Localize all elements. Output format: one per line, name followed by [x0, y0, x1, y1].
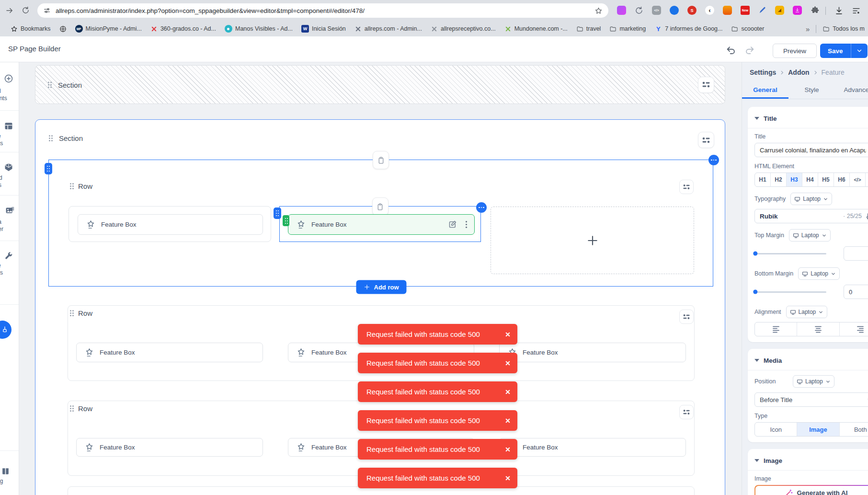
top-margin-slider[interactable] [754, 253, 826, 254]
drag-handle-icon[interactable] [70, 310, 71, 311]
row-settings-button[interactable] [679, 310, 694, 324]
clear-page-button[interactable] [0, 321, 11, 339]
column-3-empty[interactable] [491, 207, 694, 274]
type-both-button[interactable]: Both [840, 423, 868, 436]
extension-recycle-icon[interactable] [635, 6, 643, 15]
toast-close-icon[interactable]: ✕ [505, 331, 511, 338]
save-button-label[interactable]: Save [820, 47, 851, 55]
heading-h1-button[interactable]: H1 [755, 173, 771, 186]
undo-icon[interactable] [726, 45, 736, 55]
bookmark-allrepsreceptivo[interactable]: allrepsreceptivo.co... [431, 25, 496, 33]
heading-h2-button[interactable]: H2 [771, 173, 787, 186]
reading-list-icon[interactable] [852, 6, 861, 15]
heading-extra-button[interactable] [866, 173, 868, 186]
extension-new-badge-icon[interactable]: New [741, 6, 750, 15]
image-card-header[interactable]: Image [754, 455, 868, 466]
bookmark-star-icon[interactable] [594, 7, 603, 15]
heading-h6-button[interactable]: H6 [834, 173, 850, 186]
tab-general[interactable]: General [742, 81, 788, 99]
heading-code-button[interactable]: </> [850, 173, 866, 186]
add-addon-icon[interactable] [586, 234, 599, 247]
bookmark-7informes[interactable]: Y7 informes de Goog... [654, 25, 722, 33]
bookmarks-overflow-chevron[interactable]: » [806, 25, 810, 33]
collapse-caret-icon[interactable] [754, 117, 759, 120]
redo-icon[interactable] [744, 45, 754, 55]
slider-thumb[interactable] [753, 252, 757, 256]
align-left-button[interactable] [755, 322, 797, 336]
extension-note-icon[interactable] [775, 6, 784, 15]
forward-icon[interactable] [5, 6, 14, 15]
generate-ai-button[interactable]: Generate with AI [754, 485, 868, 495]
paste-addon-button[interactable] [373, 151, 389, 169]
extension-purple-icon[interactable] [617, 6, 626, 15]
heading-h5-button[interactable]: H5 [818, 173, 834, 186]
extension-download-arrow-icon[interactable] [793, 6, 802, 15]
collapse-caret-icon[interactable] [754, 359, 759, 362]
title-input[interactable] [754, 143, 868, 157]
add-row-button[interactable]: Add row [356, 280, 407, 294]
type-icon-button[interactable]: Icon [755, 423, 797, 436]
bookmark-allreps[interactable]: allreps.com - Admin... [354, 25, 422, 33]
tab-advanced[interactable]: Advanced [835, 81, 868, 99]
device-select[interactable]: Laptop [790, 193, 832, 205]
sidebar-item-onboarding[interactable]: ning [0, 450, 19, 495]
bottom-margin-input[interactable] [844, 285, 868, 299]
column-2-selected[interactable]: Feature Box [279, 206, 481, 242]
bookmark-360grados[interactable]: 360-grados.co - Ad... [150, 25, 216, 33]
sidebar-item-media-manager[interactable]: dia ager [0, 195, 19, 241]
feature-box-addon[interactable]: Feature Box [499, 343, 686, 362]
column-more-button[interactable] [476, 202, 487, 213]
font-settings-icon[interactable] [866, 213, 868, 220]
row-more-button[interactable] [708, 155, 719, 165]
collapse-caret-icon[interactable] [754, 459, 759, 462]
drag-handle-icon[interactable] [70, 183, 71, 184]
bookmark-folder-marketing[interactable]: marketing [609, 25, 646, 33]
url-text[interactable]: allreps.com/administrator/index.php?opti… [56, 7, 594, 14]
section-placeholder[interactable]: Section [35, 65, 725, 104]
heading-h3-button[interactable]: H3 [787, 173, 802, 186]
bookmark-iniciasesion[interactable]: WInicia Sesión [301, 25, 346, 33]
tune-icon[interactable] [43, 7, 51, 14]
feature-box-addon[interactable]: Feature Box [76, 343, 263, 362]
extensions-puzzle-icon[interactable] [811, 6, 820, 15]
position-select[interactable]: Before Title [754, 392, 868, 407]
bottom-margin-slider[interactable] [754, 291, 826, 293]
feature-box-addon[interactable]: Feature Box [78, 214, 263, 235]
addon-menu-icon[interactable] [465, 220, 468, 229]
sidebar-item-saved-items[interactable]: ved ms [0, 152, 19, 196]
bookmark-folder-todos[interactable]: Todos los m [822, 25, 865, 33]
toast-close-icon[interactable]: ✕ [505, 417, 511, 425]
device-select[interactable]: Laptop [789, 229, 831, 242]
feature-box-addon[interactable]: Feature Box [499, 438, 686, 457]
font-selector[interactable]: Rubik · 25/25 [754, 209, 868, 223]
row-selection-outline[interactable]: Row Feature Box [48, 160, 713, 287]
toast-close-icon[interactable]: ✕ [505, 446, 511, 453]
bookmark-folder-travel[interactable]: travel [576, 25, 601, 33]
type-image-button[interactable]: Image [797, 423, 839, 436]
feature-box-addon[interactable]: Feature Box [76, 438, 263, 457]
slider-thumb[interactable] [753, 290, 757, 294]
tab-style[interactable]: Style [788, 81, 835, 99]
section-settings-button[interactable] [698, 77, 714, 93]
extension-pen-icon[interactable] [758, 6, 766, 14]
toast-close-icon[interactable]: ✕ [505, 359, 511, 367]
row-drag-handle[interactable] [45, 163, 52, 174]
breadcrumb-addon[interactable]: Addon [788, 69, 809, 76]
media-card-header[interactable]: Media [754, 355, 868, 366]
extension-seo-icon[interactable]: S [687, 6, 697, 15]
heading-h4-button[interactable]: H4 [802, 173, 818, 186]
downloads-icon[interactable] [834, 6, 844, 15]
breadcrumb-settings[interactable]: Settings [750, 69, 776, 76]
drag-handle-icon[interactable] [49, 135, 50, 137]
address-bar[interactable]: allreps.com/administrator/index.php?opti… [37, 3, 608, 18]
drag-handle-icon[interactable] [48, 81, 49, 83]
column-drag-handle[interactable] [274, 207, 281, 219]
addon-drag-handle[interactable] [283, 215, 289, 226]
align-center-button[interactable] [797, 322, 839, 336]
toast-close-icon[interactable]: ✕ [505, 388, 511, 396]
device-select[interactable]: Laptop [786, 306, 828, 318]
bookmark-folder-scoooter[interactable]: scoooter [731, 25, 764, 33]
bookmark-manosvisibles[interactable]: Manos Visibles - Ad... [225, 25, 293, 33]
edit-addon-icon[interactable] [448, 220, 457, 229]
row-settings-button[interactable] [679, 405, 694, 419]
